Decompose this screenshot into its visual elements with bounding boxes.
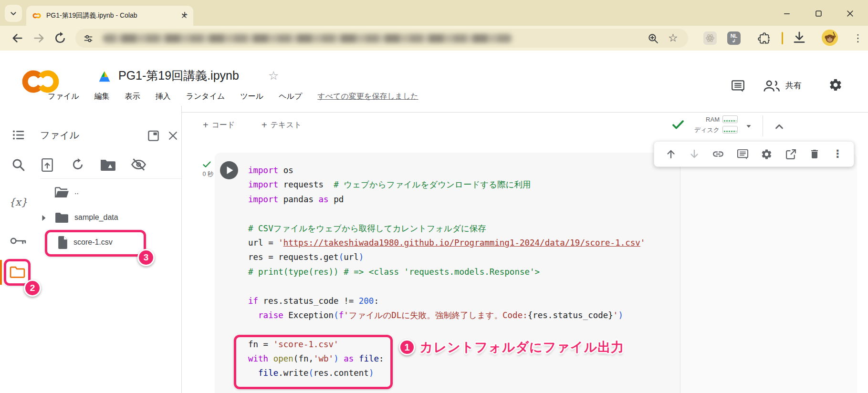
copy-link-to-cell-icon[interactable] [712,148,724,160]
menu-file[interactable]: ファイル [48,92,79,102]
executed-check-icon [202,159,212,169]
cell-toolbar: ⋮ [654,141,854,167]
site-settings-icon[interactable] [83,33,94,44]
active-rail-indicator [0,260,2,285]
code-line[interactable]: import pandas as pd [248,192,645,207]
tab-search-button[interactable] [5,5,22,22]
atom-extension-icon[interactable] [703,31,717,45]
colab-favicon [32,12,42,20]
delete-cell-trash-icon[interactable] [809,148,820,160]
step-1-callout: 1 カレントフォルダにファイル出力 [399,339,624,356]
menu-runtime[interactable]: ランタイム [186,92,225,102]
topbar-separator [763,115,763,136]
settings-gear-icon[interactable] [828,78,843,92]
highlight-box-code [234,335,393,389]
add-comment-icon[interactable] [737,148,749,160]
extensions-puzzle-icon[interactable] [757,31,770,44]
folder-up-icon [54,186,69,198]
back-icon[interactable] [10,31,24,45]
mount-drive-icon[interactable] [100,158,116,171]
code-line[interactable]: res = requests.get(url) [248,250,645,264]
upload-file-icon[interactable] [41,158,53,172]
zoom-icon[interactable] [647,32,659,44]
window-close-button[interactable] [842,6,858,21]
comments-icon[interactable] [731,80,745,93]
cell-right-margin [680,153,857,393]
move-cell-up-icon[interactable] [665,148,677,160]
disk-gauge[interactable] [722,126,738,134]
menu-edit[interactable]: 編集 [94,92,110,102]
step-1-badge: 1 [399,339,415,355]
bookmark-star-icon[interactable]: ☆ [668,31,678,44]
add-code-button[interactable]: + コード [203,118,235,132]
code-line[interactable]: raise Exception(f'ファイルのDLに失敗。強制終了します。Cod… [248,308,645,322]
nl-extension-icon[interactable]: NL ↲ [727,31,741,45]
cell-more-options-icon[interactable]: ⋮ [832,148,843,160]
notebook-title[interactable]: PG1-第19回講義.ipynb [118,68,239,83]
toolbar-separator [782,32,783,44]
close-panel-icon[interactable] [167,130,179,142]
browser-menu-icon[interactable]: ⋮ [853,31,863,46]
menu-tools[interactable]: ツール [240,92,263,102]
plus-icon: + [261,120,267,130]
star-notebook-icon[interactable]: ☆ [268,69,279,83]
notebook-top-border [181,112,868,113]
cell-settings-gear-icon[interactable] [761,148,773,160]
code-line[interactable]: # print(type(res)) # => <class 'requests… [248,265,645,279]
chevron-down-icon [8,8,19,19]
panel-divider [40,178,181,179]
execution-time: 0 秒 [197,170,220,178]
code-line[interactable]: if res.status_code != 200: [248,294,645,308]
secrets-key-icon[interactable] [10,235,27,247]
step-3-badge: 3 [137,249,155,266]
code-line[interactable] [248,207,645,221]
share-people-icon[interactable] [763,79,781,93]
move-cell-down-icon[interactable] [689,148,700,160]
ram-gauge[interactable] [722,115,738,123]
files-panel-title: ファイル [40,129,79,142]
tree-item-sample-data[interactable]: sample_data [74,212,118,223]
code-line[interactable]: import requests # ウェブからファイルをダウンロードする際に利用 [248,177,645,192]
share-button[interactable]: 共有 [785,80,802,91]
run-cell-button[interactable] [220,161,238,179]
tree-item-parent-dir[interactable]: .. [74,186,79,197]
hide-files-eye-off-icon[interactable] [131,158,146,171]
window-maximize-button[interactable] [810,6,826,21]
add-text-button[interactable]: + テキスト [261,118,302,132]
browser-window: PG1-第19回講義.ipynb - Colab + ☆ NL ↲ ⋮ PG1-… [0,0,868,393]
window-minimize-button[interactable] [779,6,795,21]
save-status[interactable]: すべての変更を保存しました [317,92,418,102]
variables-icon[interactable]: {x} [7,196,30,208]
resources-dropdown-icon[interactable] [743,121,754,131]
forward-icon[interactable] [32,31,46,45]
profile-avatar[interactable] [822,30,838,46]
tab-title: PG1-第19回講義.ipynb - Colab [46,11,176,20]
open-in-tab-icon[interactable] [785,148,797,160]
refresh-icon[interactable] [71,158,84,171]
menu-help[interactable]: ヘルプ [279,92,302,102]
menu-bar: ファイル 編集 表示 挿入 ランタイム ツール ヘルプ すべての変更を保存しまし… [48,92,418,102]
open-panel-window-icon[interactable] [147,129,160,142]
sidebar-divider[interactable] [181,106,182,393]
browser-tab[interactable]: PG1-第19回講義.ipynb - Colab [26,6,193,26]
drive-icon [98,71,111,83]
code-line[interactable]: url = 'https://takeshiwada1980.github.io… [248,236,645,250]
reload-icon[interactable] [53,31,67,45]
plus-icon: + [203,120,209,130]
downloads-icon[interactable] [792,31,806,45]
menu-insert[interactable]: 挿入 [156,92,171,102]
search-icon[interactable] [11,157,25,172]
ram-label: RAM [686,116,720,123]
step-1-text: カレントフォルダにファイル出力 [420,339,624,356]
code-line[interactable]: import os [248,163,645,177]
code-line[interactable]: # CSVファイルをウェブから取得してカレントフォルダに保存 [248,221,645,236]
menu-view[interactable]: 表示 [125,92,140,102]
disk-label: ディスク [681,126,720,134]
step-2-badge: 2 [24,279,41,297]
expand-caret-icon[interactable] [41,215,46,221]
new-tab-button[interactable]: + [178,8,192,22]
collapse-header-icon[interactable] [772,120,786,133]
table-of-contents-icon[interactable] [10,128,27,142]
folder-icon [54,212,69,224]
code-line[interactable] [248,279,645,293]
